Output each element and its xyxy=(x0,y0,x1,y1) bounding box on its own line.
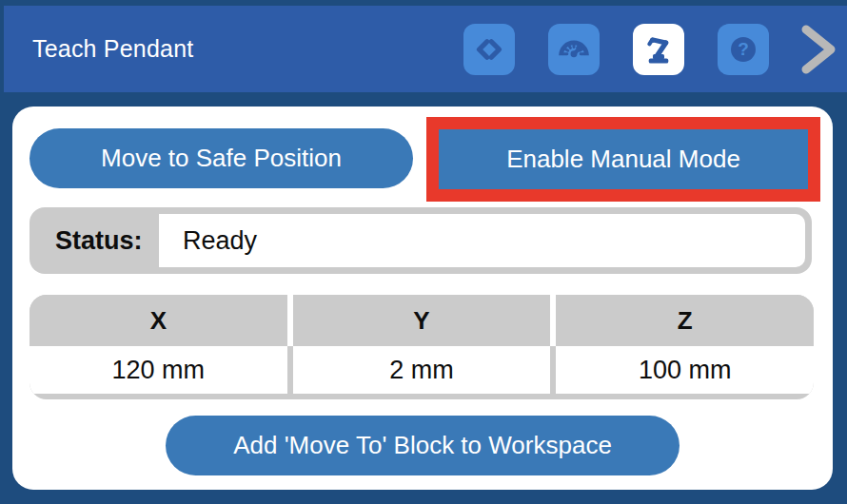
svg-text:?: ? xyxy=(738,39,749,59)
robot-arm-icon-button[interactable] xyxy=(633,24,684,75)
status-label: Status: xyxy=(30,207,159,274)
add-move-to-block-button[interactable]: Add 'Move To' Block to Workspace xyxy=(166,416,680,475)
coordinates-table: X Y Z 120 mm 2 mm 100 mm xyxy=(30,295,814,399)
status-row: Status: Ready xyxy=(30,207,812,274)
move-to-safe-position-button[interactable]: Move to Safe Position xyxy=(30,128,413,188)
expand-chevron-button[interactable] xyxy=(798,21,839,78)
help-icon-button[interactable]: ? xyxy=(718,24,769,75)
coord-value-x: 120 mm xyxy=(30,346,287,394)
coord-value-z: 100 mm xyxy=(556,346,814,394)
annotation-highlight-box: Enable Manual Mode xyxy=(426,117,820,202)
status-value-field: Ready xyxy=(159,214,805,267)
enable-manual-mode-button[interactable]: Enable Manual Mode xyxy=(439,129,808,189)
help-icon: ? xyxy=(725,31,761,68)
chevron-right-icon xyxy=(798,22,838,77)
coord-header-x: X xyxy=(30,295,287,346)
header: Teach Pendant xyxy=(4,6,847,92)
code-icon-button[interactable] xyxy=(463,24,515,75)
teach-pendant-panel: Move to Safe Position Enable Manual Mode… xyxy=(12,107,833,490)
coord-header-y: Y xyxy=(293,295,551,346)
coord-header-z: Z xyxy=(556,295,814,346)
code-icon xyxy=(472,32,506,67)
page-title: Teach Pendant xyxy=(32,35,193,63)
robot-arm-icon xyxy=(640,31,677,68)
coord-value-y: 2 mm xyxy=(293,346,551,394)
gauge-icon xyxy=(556,31,592,68)
header-icon-toolbar: ? xyxy=(463,24,769,75)
gauge-icon-button[interactable] xyxy=(548,24,600,75)
